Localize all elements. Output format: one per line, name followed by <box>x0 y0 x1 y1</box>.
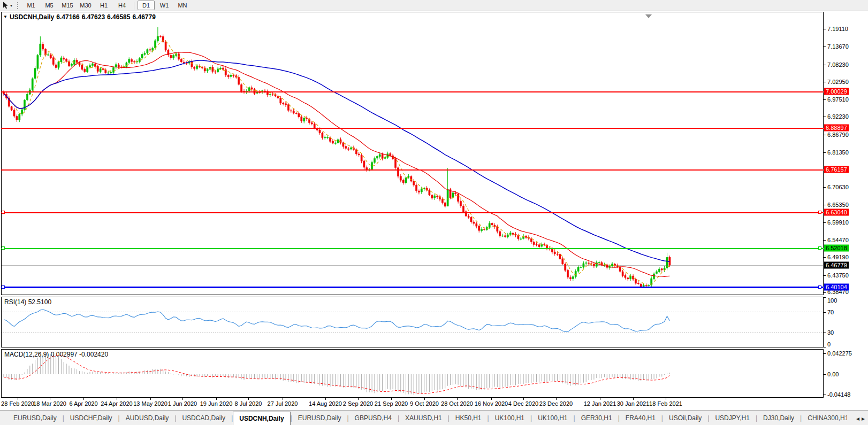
tab-xauusd-h1[interactable]: XAUUSD,H1 <box>399 411 448 425</box>
tab-dj30-daily[interactable]: DJ30,Daily <box>757 411 800 425</box>
tab-usdchf-daily[interactable]: USDCHF,Daily <box>64 411 118 425</box>
tab-usdcnh-daily[interactable]: USDCNH,Daily <box>233 412 290 425</box>
hline-handle <box>819 247 821 250</box>
tab-usdjpy-h1[interactable]: USDJPY,H1 <box>709 411 755 425</box>
tab-hk50-h1[interactable]: HK50,H1 <box>450 411 488 425</box>
tab-gbpusd-h4[interactable]: GBPUSD,H4 <box>349 411 398 425</box>
tab-usdcad-daily[interactable]: USDCAD,Daily <box>176 411 231 425</box>
tab-ger30-h1[interactable]: GER30,H1 <box>575 411 618 425</box>
rsi-pane[interactable] <box>2 297 824 347</box>
macd-pane[interactable] <box>2 350 824 398</box>
tab-scroll-buttons: ◂▸ <box>847 411 868 425</box>
hline-handle <box>2 211 5 214</box>
chart-tabs-bar: EURUSD,Daily|USDCHF,Daily|AUDUSD,Daily|U… <box>0 410 868 425</box>
hline-handle <box>2 247 5 250</box>
tab-scroll-left-icon[interactable]: ◂ <box>856 415 859 422</box>
tab-scroll-right-icon[interactable]: ▸ <box>862 415 865 422</box>
tab-audusd-daily[interactable]: AUDUSD,Daily <box>120 411 175 425</box>
main-pane[interactable] <box>2 12 824 295</box>
mt4-window: ▾ M1M5M15M30H1H4D1W1MN ▼ USDCNH,Daily 6.… <box>0 0 868 425</box>
chart-canvas[interactable] <box>0 0 868 410</box>
date-tick-marks <box>18 398 666 400</box>
tab-uk100-h1[interactable]: UK100,H1 <box>532 411 573 425</box>
hline-handle <box>819 286 821 289</box>
hline-handle <box>819 211 821 214</box>
tab-usoil-daily[interactable]: USOil,Daily <box>663 411 707 425</box>
hline-handle <box>2 286 5 289</box>
tab-eurusd-daily[interactable]: EURUSD,Daily <box>292 411 347 425</box>
tab-uk100-h1[interactable]: UK100,H1 <box>489 411 530 425</box>
tab-fra40-h1[interactable]: FRA40,H1 <box>620 411 661 425</box>
tab-eurusd-daily[interactable]: EURUSD,Daily <box>7 411 63 425</box>
